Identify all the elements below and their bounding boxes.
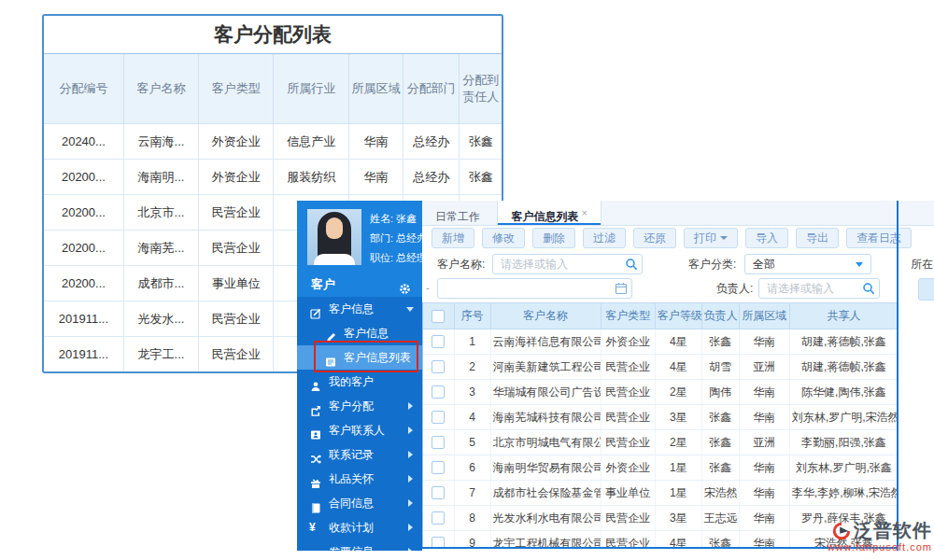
customer-link[interactable]: 云南海...	[123, 124, 198, 160]
table-row: 2河南美新建筑工程公司民营企业4星胡雪亚洲胡建,蒋德帧,张鑫	[423, 355, 899, 380]
cell: 民营企业	[199, 195, 274, 231]
sidebar-item-customer-contacts[interactable]: 客户联系人	[297, 418, 422, 442]
assignee-link[interactable]: 张鑫	[460, 160, 502, 195]
owner-link[interactable]: 张鑫	[701, 531, 739, 548]
cell: 外资企业	[199, 124, 274, 160]
owner-link[interactable]: 张鑫	[701, 329, 739, 355]
owner-link[interactable]: 胡雪	[701, 355, 739, 380]
alloc-no-link[interactable]: 20200...	[44, 160, 123, 195]
table-row: 7成都市社会保险基金管理...事业单位1星宋浩然华南李华,李婷,柳琳,宋浩然,.…	[423, 481, 899, 506]
customer-link[interactable]: 华瑞城有限公司广告设计部	[490, 380, 601, 405]
owner-link[interactable]: 张鑫	[701, 405, 739, 430]
row-checkbox[interactable]	[432, 385, 445, 399]
avatar	[307, 209, 361, 265]
select-all-header	[423, 303, 454, 329]
col-owner: 负责人	[701, 303, 739, 329]
sidebar-section-customer[interactable]: 客户	[297, 272, 422, 297]
chevron-down-icon	[856, 262, 863, 267]
export-button[interactable]: 导出	[796, 228, 839, 248]
date-input[interactable]	[437, 278, 632, 299]
assignee-link[interactable]: 张鑫	[460, 124, 502, 160]
sidebar-item-gift-care[interactable]: 礼品关怀	[297, 467, 422, 491]
customer-link[interactable]: 成都市...	[123, 266, 198, 301]
contact-icon	[310, 425, 321, 436]
view-log-button[interactable]: 查看日志	[846, 228, 912, 248]
gear-icon[interactable]	[399, 278, 411, 290]
calendar-icon[interactable]	[615, 282, 628, 295]
customer-link[interactable]: 河南美新建筑工程公司	[490, 355, 601, 380]
edit-button[interactable]: 修改	[482, 228, 525, 248]
sidebar-item-contract-info[interactable]: 合同信息	[297, 491, 422, 515]
alloc-no-link[interactable]: 20200...	[44, 266, 123, 301]
restore-button[interactable]: 还原	[633, 228, 676, 248]
print-button[interactable]: 打印	[684, 228, 738, 248]
table-row: 1云南海祥信息有限公司外资企业4星张鑫华南胡建,蒋德帧,张鑫	[423, 329, 899, 355]
col-shared: 共享人	[789, 303, 898, 329]
close-icon[interactable]: ×	[581, 207, 587, 218]
alloc-no-link[interactable]: 201911...	[44, 337, 123, 372]
customer-link[interactable]: 云南海祥信息有限公司	[490, 329, 601, 355]
search-icon[interactable]	[625, 258, 638, 271]
sidebar-item-customer-info[interactable]: 客户信息	[297, 297, 422, 321]
row-checkbox[interactable]	[432, 360, 445, 373]
watermark-url: www.fanpusoft.com	[828, 541, 932, 553]
row-checkbox[interactable]	[432, 436, 445, 449]
row-checkbox[interactable]	[432, 335, 445, 348]
customer-link[interactable]: 成都市社会保险基金管理...	[490, 481, 601, 506]
owner-link[interactable]: 王志远	[701, 506, 739, 531]
row-checkbox[interactable]	[432, 486, 445, 499]
alloc-no-link[interactable]: 201911...	[44, 301, 123, 337]
import-button[interactable]: 导入	[745, 228, 788, 248]
owner-link[interactable]: 张鑫	[701, 455, 739, 481]
customer-link[interactable]: 北京市...	[123, 195, 198, 231]
select-all-checkbox[interactable]	[432, 310, 445, 323]
table-row: 4海南芜城科技有限公司民营企业3星张鑫华南刘东林,罗广明,宋浩然,张鑫	[423, 405, 899, 430]
owner-link[interactable]: 陶伟	[701, 380, 739, 405]
cell: 服装纺织	[274, 160, 348, 195]
customer-link[interactable]: 龙宇工...	[123, 337, 198, 372]
alloc-no-link[interactable]: 20240...	[44, 124, 123, 160]
customer-link[interactable]: 海南明...	[123, 160, 198, 195]
chevron-right-icon	[408, 499, 413, 507]
alloc-no-link[interactable]: 20200...	[44, 195, 123, 231]
customer-link[interactable]: 北京市明城电气有限公司	[490, 430, 601, 455]
customer-link[interactable]: 海南芜...	[123, 231, 198, 266]
delete-button[interactable]: 删除	[532, 228, 575, 248]
add-button[interactable]: 新增	[432, 228, 474, 248]
cell: 民营企业	[199, 337, 274, 372]
sidebar-item-my-customers[interactable]: 我的客户	[297, 370, 422, 394]
sidebar-item-payment-plan[interactable]: ¥ 收款计划	[297, 515, 422, 539]
customer-table: 序号 客户名称 客户类型 客户等级 负责人 所属区域 共享人 1云南海祥信息有限…	[423, 302, 899, 547]
table-row: 3华瑞城有限公司广告设计部民营企业2星陶伟华南陈华健,陶伟,张鑫	[423, 380, 899, 405]
allocation-list-title: 客户分配列表	[44, 16, 502, 54]
search-button-partial[interactable]	[918, 278, 934, 301]
user-profile: 姓名: 张鑫 部门: 总经办 职位: 总经理	[297, 201, 422, 272]
row-checkbox[interactable]	[432, 411, 445, 424]
sidebar-item-contact-records[interactable]: 联系记录	[297, 442, 422, 467]
alloc-no-link[interactable]: 20200...	[44, 231, 123, 266]
section-label: 客户	[297, 277, 335, 291]
owner-link[interactable]: 宋浩然	[701, 481, 739, 506]
customer-link[interactable]: 光发水利水电有限公司	[490, 506, 601, 531]
col-assignee: 分配到责任人	[460, 54, 502, 124]
search-icon[interactable]	[862, 282, 875, 295]
sidebar-item-customer-allocation[interactable]: 客户分配	[297, 394, 422, 418]
customer-link[interactable]: 海南明华贸易有限公司	[490, 455, 601, 481]
customer-link[interactable]: 海南芜城科技有限公司	[490, 405, 601, 430]
customer-category-select[interactable]: 全部	[744, 254, 871, 274]
row-checkbox[interactable]	[432, 537, 445, 547]
watermark-brand: 泛普软件	[854, 518, 932, 543]
customer-link[interactable]: 光发水...	[123, 301, 198, 337]
row-checkbox[interactable]	[432, 511, 445, 525]
cell: 华南	[348, 160, 403, 195]
col-department: 分配部门	[403, 54, 460, 124]
filter-button[interactable]: 过滤	[583, 228, 626, 248]
customer-name-input[interactable]	[492, 254, 643, 274]
tab-customer-info-list[interactable]: 客户信息列表×	[497, 201, 601, 225]
window-right-border	[897, 201, 899, 551]
cell: 信息产业	[274, 124, 348, 160]
customer-link[interactable]: 龙宇工程机械有限公司	[490, 531, 601, 548]
owner-link[interactable]: 张鑫	[701, 430, 739, 455]
row-checkbox[interactable]	[432, 461, 445, 474]
sidebar-item-invoice-info[interactable]: 发票信息	[297, 539, 422, 551]
